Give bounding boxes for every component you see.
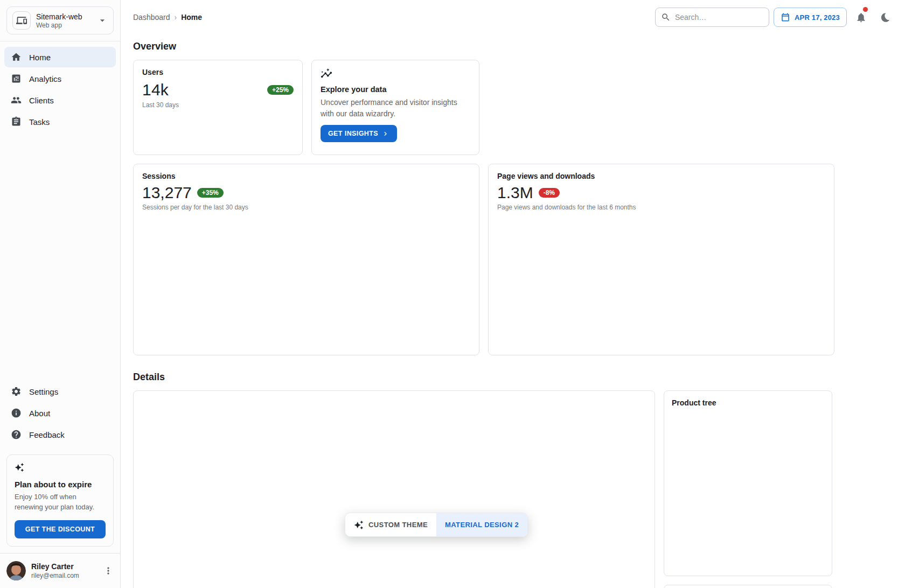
insights-icon [321, 68, 470, 80]
sidebar-item-label: Clients [29, 96, 54, 105]
plan-expiry-card: Plan about to expire Enjoy 10% off when … [6, 454, 114, 547]
analytics-icon [11, 73, 22, 84]
calendar-icon [781, 12, 790, 22]
caret-down-icon [97, 15, 108, 26]
people-icon [11, 95, 22, 106]
secondary-nav: SettingsAboutFeedback [0, 376, 120, 448]
sidebar-item-label: About [29, 409, 50, 418]
custom-theme-option[interactable]: CUSTOM THEME [345, 513, 436, 536]
get-discount-button[interactable]: GET THE DISCOUNT [15, 520, 106, 538]
notifications-button[interactable] [851, 8, 871, 27]
bell-icon [855, 12, 867, 23]
sidebar: Sitemark-web Web app HomeAnalyticsClient… [0, 0, 121, 588]
breadcrumb: Dashboard › Home [133, 13, 202, 22]
workspace-name: Sitemark-web [36, 12, 92, 21]
sidebar-item-settings[interactable]: Settings [4, 381, 116, 402]
sessions-value: 13,277 [142, 184, 192, 202]
user-email: riley@email.com [31, 572, 79, 579]
details-heading: Details [133, 372, 832, 383]
breadcrumb-home: Home [181, 13, 202, 22]
sparkle-icon [15, 463, 24, 472]
avatar [6, 561, 26, 580]
stat-sparkline [142, 116, 294, 147]
dark-mode-toggle[interactable] [875, 8, 894, 27]
stat-caption: Last 30 days [142, 101, 294, 109]
sessions-chip: +35% [197, 188, 224, 198]
plan-card-body: Enjoy 10% off when renewing your plan to… [15, 492, 106, 513]
sidebar-item-label: Feedback [29, 430, 65, 439]
sessions-area-chart [142, 215, 470, 345]
search-box [655, 8, 769, 27]
main-area: Dashboard › Home APR 17, 2023 [121, 0, 905, 588]
moon-icon [879, 12, 890, 23]
details-table-card [133, 390, 655, 588]
theme-switcher: CUSTOM THEME MATERIAL DESIGN 2 [345, 513, 528, 537]
user-profile-row: Riley Carter riley@email.com [0, 553, 120, 588]
sidebar-item-label: Settings [29, 387, 58, 396]
date-picker-button[interactable]: APR 17, 2023 [774, 8, 847, 27]
help-icon [11, 429, 22, 440]
chevron-right-icon [381, 130, 389, 138]
pageviews-bar-chart [497, 215, 825, 345]
stat-value: 14k [142, 81, 169, 99]
info-icon [11, 408, 22, 418]
sidebar-item-feedback[interactable]: Feedback [4, 424, 116, 445]
stat-trend-chip: +25% [267, 85, 294, 95]
workspace-selector[interactable]: Sitemark-web Web app [6, 6, 114, 34]
breadcrumb-dashboard[interactable]: Dashboard [133, 13, 170, 22]
tasks-icon [11, 116, 22, 127]
product-tree-title: Product tree [672, 398, 824, 407]
sessions-title: Sessions [142, 172, 470, 180]
notification-badge [863, 7, 868, 12]
next-card-stub [664, 585, 832, 588]
user-name: Riley Carter [31, 562, 79, 571]
explore-card-body: Uncover performance and visitor insights… [321, 97, 470, 120]
overview-cards: Users14k+25%Last 30 days Explore your da… [133, 60, 832, 155]
app-logo-icon [12, 11, 31, 30]
sidebar-item-tasks[interactable]: Tasks [4, 111, 116, 132]
primary-nav: HomeAnalyticsClientsTasks [0, 41, 120, 132]
dashboard-page: Sitemark-web Web app HomeAnalyticsClient… [0, 0, 905, 588]
sessions-card: Sessions 13,277 +35% Sessions per day fo… [133, 164, 479, 355]
overview-heading: Overview [133, 41, 832, 52]
stat-card-users: Users14k+25%Last 30 days [133, 60, 303, 155]
user-menu-button[interactable] [103, 565, 114, 576]
explore-data-card: Explore your data Uncover performance an… [311, 60, 479, 155]
workspace-type: Web app [36, 22, 92, 29]
pageviews-chip: -8% [539, 188, 560, 198]
sidebar-item-label: Analytics [29, 74, 61, 83]
pageviews-title: Page views and downloads [497, 172, 825, 180]
material-design-2-option[interactable]: MATERIAL DESIGN 2 [436, 513, 527, 536]
sidebar-item-clients[interactable]: Clients [4, 90, 116, 110]
sparkle-icon [354, 520, 364, 530]
sidebar-item-home[interactable]: Home [4, 47, 116, 67]
sidebar-item-analytics[interactable]: Analytics [4, 68, 116, 89]
sessions-caption: Sessions per day for the last 30 days [142, 204, 470, 211]
top-bar: Dashboard › Home APR 17, 2023 [121, 0, 905, 27]
home-icon [11, 52, 22, 62]
pageviews-caption: Page views and downloads for the last 6 … [497, 204, 825, 211]
plan-card-title: Plan about to expire [15, 480, 106, 489]
search-input[interactable] [675, 13, 772, 22]
explore-card-title: Explore your data [321, 85, 470, 94]
pageviews-card: Page views and downloads 1.3M -8% Page v… [488, 164, 834, 355]
sidebar-item-label: Tasks [29, 117, 50, 127]
sidebar-item-label: Home [29, 53, 51, 62]
charts-row: Sessions 13,277 +35% Sessions per day fo… [133, 164, 832, 355]
search-icon [661, 12, 671, 22]
sidebar-item-about[interactable]: About [4, 403, 116, 423]
breadcrumb-separator-icon: › [175, 13, 177, 22]
get-insights-button[interactable]: GET INSIGHTS [321, 125, 397, 142]
gear-icon [11, 386, 22, 397]
pageviews-value: 1.3M [497, 184, 533, 202]
stat-title: Users [142, 68, 294, 76]
product-tree-card: Product tree [664, 390, 832, 576]
